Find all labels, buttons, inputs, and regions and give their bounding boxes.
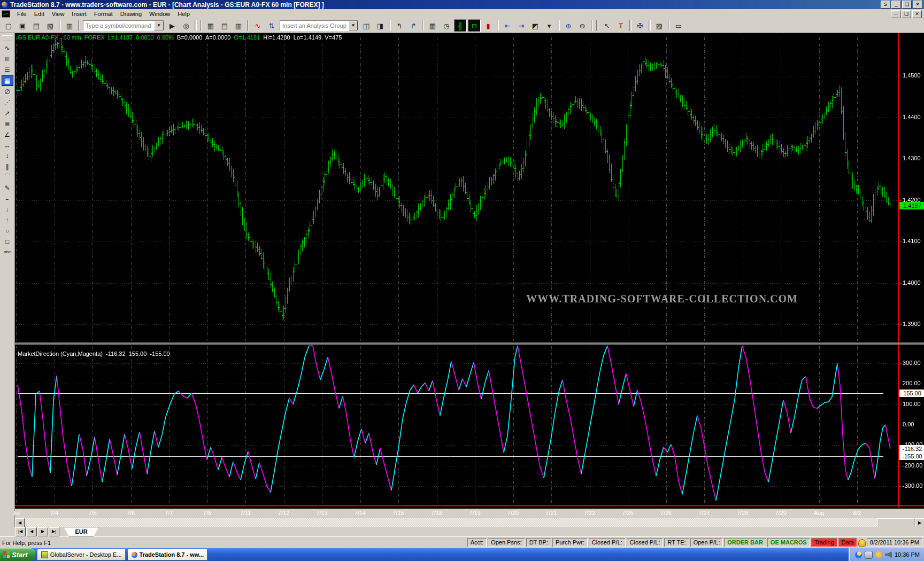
analysis-group-input[interactable]: Insert an Analysis Group▼: [280, 20, 358, 31]
save-analysis-icon[interactable]: ◫: [360, 19, 373, 32]
radar-screen-icon[interactable]: ∿: [251, 19, 264, 32]
save-workspace-icon[interactable]: ▣: [16, 19, 29, 32]
alert-bell-icon[interactable]: [858, 539, 866, 547]
menu-edit[interactable]: Edit: [30, 10, 48, 18]
assistant-tray-icon[interactable]: [875, 551, 882, 558]
menu-help[interactable]: Help: [174, 10, 194, 18]
task-globalserver[interactable]: GlobalServer - Desktop E...: [37, 549, 126, 560]
sort-arrows-icon[interactable]: ⇅: [265, 19, 278, 32]
up-arrow-icon[interactable]: ↑: [2, 215, 13, 225]
export-chart-icon[interactable]: ↰: [393, 19, 406, 32]
print-icon[interactable]: ▥: [63, 19, 76, 32]
zoom-out-icon[interactable]: ⊖: [576, 19, 589, 32]
time-frame-clock-icon[interactable]: ◷: [440, 19, 453, 32]
oe-macros-button[interactable]: OE MACROS: [767, 538, 810, 547]
menu-window[interactable]: Window: [145, 10, 174, 18]
network-tray-icon[interactable]: [865, 551, 873, 559]
tray-clock[interactable]: 10:36 PM: [895, 551, 920, 558]
go-button-icon[interactable]: ▶: [166, 19, 179, 32]
status-panel: Purch Pwr:: [552, 538, 588, 547]
symbol-input[interactable]: Type a symbol/command▼: [83, 20, 164, 31]
tab-last-button[interactable]: ▶|: [49, 527, 59, 536]
start-button[interactable]: Start: [0, 548, 35, 561]
gann-circle-icon[interactable]: ∅: [2, 87, 13, 97]
zoom-in-icon[interactable]: ⊕: [562, 19, 575, 32]
strategy-tools-icon[interactable]: ✠: [634, 19, 646, 32]
workspace-detail-icon[interactable]: ▥: [232, 19, 245, 32]
minimize-button[interactable]: _: [891, 1, 901, 9]
horizontal-scrollbar[interactable]: ◀ ▶: [15, 518, 924, 527]
restore-button[interactable]: ❏: [902, 1, 912, 9]
date-axis-label: 7/14: [349, 510, 372, 516]
chevron-down-icon[interactable]: ▼: [349, 21, 358, 30]
save-macro-icon[interactable]: ◨: [374, 19, 387, 32]
speed-fan-icon[interactable]: ⋰: [2, 97, 13, 107]
chat-icon[interactable]: ▭: [672, 19, 685, 32]
decrease-spacing-icon[interactable]: ⇤: [501, 19, 514, 32]
price-and-indicator-chart[interactable]: [15, 33, 924, 509]
indicator-axis-label: 100.00: [903, 401, 924, 407]
menu-format[interactable]: Format: [90, 10, 117, 18]
session-calendar-icon[interactable]: ▦: [426, 19, 439, 32]
indicator-tag: -116.32: [899, 445, 924, 453]
tab-next-button[interactable]: ▶: [37, 527, 48, 536]
save-all-icon[interactable]: ▧: [44, 19, 57, 32]
text-label-icon[interactable]: abc: [2, 247, 13, 257]
system-tray: 10:36 PM: [849, 548, 924, 561]
status-window-button[interactable]: S: [881, 1, 890, 9]
pencil-icon[interactable]: ✎: [2, 183, 13, 193]
pointer-icon[interactable]: ↖: [600, 19, 613, 32]
toolstrip-grip[interactable]: [2, 35, 12, 41]
close-button[interactable]: ✕: [913, 1, 922, 9]
order-bar-button[interactable]: ORDER BAR: [724, 538, 766, 547]
curve-icon[interactable]: ⌣: [2, 193, 13, 204]
tab-first-button[interactable]: |◀: [15, 527, 26, 536]
child-close-button[interactable]: ✕: [912, 10, 922, 18]
horizontal-lines-icon[interactable]: ☰: [2, 64, 13, 74]
gann-fan-icon[interactable]: ∠: [2, 129, 13, 139]
format-analysis-icon[interactable]: ▨: [653, 19, 666, 32]
chart-window-icon[interactable]: [2, 10, 10, 18]
candle-chart-icon[interactable]: ▮: [482, 19, 495, 32]
status-datetime: 8/2/2011 10:36 PM: [867, 538, 922, 547]
down-arrow-icon[interactable]: ↓: [2, 204, 13, 214]
volume-tray-icon[interactable]: [885, 551, 892, 558]
workspace-list-icon[interactable]: ▤: [218, 19, 231, 32]
data-status-badge: Data: [838, 538, 857, 547]
ellipse-icon[interactable]: ○: [2, 225, 13, 236]
command-line-icon[interactable]: ◎: [180, 19, 192, 32]
step-chart-icon[interactable]: ⊓: [468, 19, 481, 32]
calculator-icon[interactable]: ▦: [2, 75, 13, 86]
menu-view[interactable]: View: [48, 10, 68, 18]
rectangle-icon[interactable]: □: [2, 236, 13, 246]
increase-spacing-icon[interactable]: ⇥: [515, 19, 528, 32]
date-axis-label: 7/29: [769, 510, 792, 516]
vertical-resize-icon[interactable]: ↕: [2, 151, 13, 161]
child-minimize-button[interactable]: —: [891, 10, 900, 18]
child-restore-button[interactable]: ❏: [902, 10, 911, 18]
bars-chart-icon[interactable]: ╢: [454, 19, 467, 32]
parallel-lines-icon[interactable]: ∥: [2, 161, 13, 172]
tab-prev-button[interactable]: ◀: [26, 527, 37, 536]
chart-style-icon[interactable]: ◩: [529, 19, 542, 32]
percent-lines-icon[interactable]: ∿: [2, 43, 13, 53]
chevron-down-icon[interactable]: ▼: [154, 21, 164, 30]
horizontal-resize-icon[interactable]: ↔: [2, 140, 13, 150]
tab-eur[interactable]: EUR: [64, 527, 99, 536]
tradestation-logo-icon: [2, 2, 7, 7]
workspace-grid-icon[interactable]: ▦: [204, 19, 217, 32]
task-tradestation[interactable]: TradeStation 8.7 - ww...: [128, 549, 208, 560]
chart-style-dropdown-icon[interactable]: ▾: [543, 19, 556, 32]
open-folder-icon[interactable]: ▤: [30, 19, 43, 32]
text-tool-icon[interactable]: T: [614, 19, 627, 32]
fib-retracement-icon[interactable]: ≣: [2, 119, 13, 129]
vertical-lines-icon[interactable]: ||||: [2, 53, 13, 64]
alert-line-icon[interactable]: ↗: [2, 108, 13, 118]
menu-insert[interactable]: Insert: [68, 10, 90, 18]
menu-file[interactable]: File: [13, 10, 30, 18]
tradestation-tray-icon[interactable]: [855, 551, 862, 558]
new-document-icon[interactable]: ▢: [2, 19, 15, 32]
import-chart-icon[interactable]: ↱: [407, 19, 420, 32]
menu-drawing[interactable]: Drawing: [117, 10, 145, 18]
cycle-arc-icon[interactable]: ⌒: [2, 172, 13, 182]
